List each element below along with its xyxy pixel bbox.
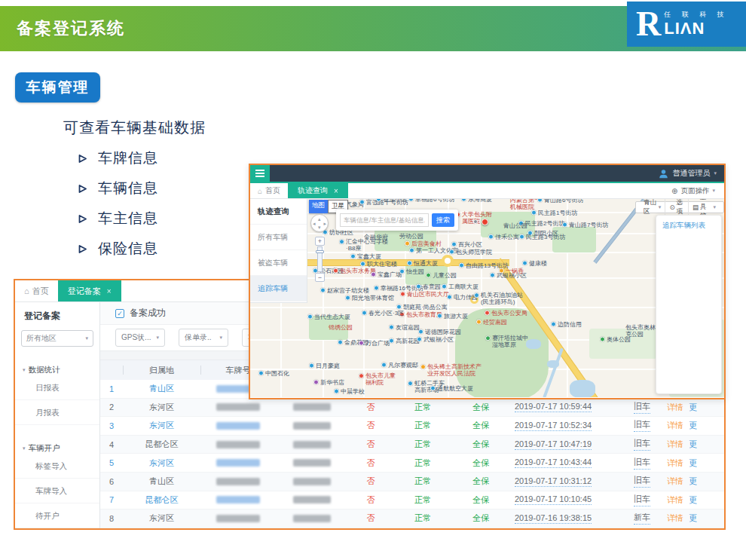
close-icon[interactable]: ×	[107, 287, 112, 295]
vehicle-type-cell[interactable]: 旧车	[634, 457, 650, 470]
row-number[interactable]: 7	[109, 495, 114, 504]
pan-control[interactable]: ▴ ▾ ◂ ▸	[310, 214, 329, 232]
timestamp-cell[interactable]: 2019-07-17 10:43:44	[515, 457, 592, 468]
status-cell: 正常	[414, 439, 431, 450]
sidebar-title: 登记备案	[15, 302, 99, 323]
detail-link[interactable]: 详情	[667, 513, 683, 524]
zoom-slider[interactable]	[317, 246, 323, 272]
redacted-plate	[216, 459, 260, 467]
timestamp-cell[interactable]: 2019-07-16 19:38:15	[515, 513, 592, 524]
zoom-in-button[interactable]: +	[315, 237, 325, 246]
sidebar-item-月报表[interactable]: 月报表	[15, 400, 99, 425]
vehicle-type-cell[interactable]: 旧车	[634, 419, 650, 432]
detail-link[interactable]: 详情	[667, 420, 683, 431]
table-cell	[200, 436, 276, 454]
page-actions-button[interactable]: ⊕ 页面操作 ▾	[671, 183, 724, 198]
region-cell[interactable]: 青山区	[149, 383, 174, 394]
sidebar-item-日报表[interactable]: 日报表	[15, 375, 99, 400]
timestamp-cell[interactable]: 2019-07-17 10:10:45	[515, 494, 592, 505]
poi-dot-icon	[371, 272, 376, 277]
close-icon[interactable]: ×	[334, 187, 338, 195]
poi-text: 青山区市民大厅	[407, 292, 449, 298]
redacted-owner	[293, 478, 331, 485]
map-view-button[interactable]: 地图	[309, 200, 328, 213]
row-number[interactable]: 1	[109, 384, 114, 393]
row-number[interactable]: 5	[109, 458, 114, 467]
vehicle-type-cell[interactable]: 旧车	[634, 438, 650, 451]
detail-link[interactable]: 详情	[667, 476, 683, 487]
sidebar-group-0[interactable]: ▾数据统计	[15, 365, 99, 375]
timestamp-cell[interactable]: 2019-07-17 10:59:44	[515, 402, 592, 412]
map-poi-label: 幸福路6号街坊	[408, 199, 454, 203]
map-canvas[interactable]: 气象局富强路十号街坊赛音小区幸福路6号街坊东海商厦内蒙古第一机械医院青山路6号街…	[250, 199, 724, 397]
map-poi-label: 友谊嘉园	[389, 325, 420, 332]
vehicle-marker[interactable]	[482, 219, 488, 225]
vehicle-type-cell[interactable]: 旧车	[634, 494, 650, 506]
map-sidebar-item-追踪车辆[interactable]: 追踪车辆	[250, 276, 307, 301]
tab-home[interactable]: ⌂ 首页	[15, 280, 58, 301]
timestamp-cell[interactable]: 2019-07-17 10:52:34	[515, 421, 592, 431]
poi-text: 包头稀土高新技术产业开发区人民法院	[427, 364, 485, 378]
more-link[interactable]: 更	[689, 494, 697, 506]
map-poi-label: 中国石化	[258, 371, 289, 378]
poi-dot-icon	[490, 273, 495, 278]
sidebar-group-1[interactable]: ▾车辆开户	[15, 443, 99, 454]
table-cell: 2019-07-17 10:31:12	[510, 473, 617, 491]
tab-registration-active[interactable]: 登记备案 ×	[58, 280, 121, 301]
hamburger-menu-button[interactable]	[250, 165, 270, 182]
poi-dot-icon	[350, 254, 356, 259]
vehicle-type-cell[interactable]: 旧车	[634, 475, 650, 488]
search-button[interactable]: 搜索	[432, 213, 454, 227]
row-number[interactable]: 3	[109, 421, 114, 430]
detail-link[interactable]: 详情	[667, 494, 683, 506]
timestamp-cell[interactable]: 2019-07-17 10:31:12	[515, 476, 592, 487]
region-cell[interactable]: 东河区	[149, 457, 174, 469]
tab-home[interactable]: ⌂ 首页	[250, 183, 288, 198]
region-cell[interactable]: 昆都仑区	[145, 494, 179, 506]
map-poi-label: 工商联大厦	[442, 284, 478, 291]
region-dropdown[interactable]: 所有地区 ▾	[21, 330, 93, 347]
filter-dropdown-0[interactable]: GPS状...▾	[115, 329, 165, 347]
more-link[interactable]: 更	[689, 457, 697, 469]
detail-link[interactable]: 详情	[667, 457, 683, 469]
more-link[interactable]: 更	[689, 402, 697, 413]
detail-link[interactable]: 详情	[667, 402, 683, 413]
table-cell	[276, 399, 347, 417]
filter-label: GPS状...	[121, 332, 151, 343]
more-link[interactable]: 更	[689, 476, 697, 487]
map-sidebar-item-所有车辆[interactable]: 所有车辆	[250, 225, 307, 250]
map-poi-label: 边防信用	[551, 322, 582, 329]
detail-link[interactable]: 详情	[667, 439, 683, 450]
redacted-plate	[216, 403, 260, 411]
more-link[interactable]: 更	[689, 513, 697, 524]
user-menu[interactable]: 普通管理员 ▾	[659, 168, 724, 179]
filter-dropdown-1[interactable]: 保单录..▾	[179, 329, 228, 347]
poi-dot-icon	[313, 380, 319, 385]
poi-text: 朝庭苑·尚品公寓	[403, 304, 448, 311]
sidebar-item-车牌导入[interactable]: 车牌导入	[15, 479, 99, 503]
sidebar-item-待开户[interactable]: 待开户	[15, 503, 99, 528]
company-logo: R 任 联 科 技 LIΛN	[627, 2, 746, 47]
vehicle-type-cell[interactable]: 旧车	[634, 401, 650, 414]
region-filter[interactable]: 青山区 ▾	[640, 199, 665, 216]
gps-status-cell: 否	[367, 439, 375, 450]
search-input[interactable]	[340, 213, 429, 227]
zoom-out-button[interactable]: −	[315, 273, 325, 282]
more-link[interactable]: 更	[689, 439, 697, 450]
vehicle-type-cell[interactable]: 新车	[634, 512, 650, 525]
timestamp-cell[interactable]: 2019-07-17 10:47:19	[515, 439, 592, 450]
zoom-slider-handle[interactable]	[316, 250, 324, 253]
table-cell	[200, 491, 276, 510]
table-cell: 2	[100, 399, 123, 417]
region-cell[interactable]: 东河区	[149, 420, 174, 431]
table-cell: 2019-07-16 19:38:15	[510, 510, 617, 528]
poi-dot-icon	[488, 234, 494, 240]
sidebar-item-标签导入[interactable]: 标签导入	[15, 454, 99, 479]
table-cell: 青山区	[123, 380, 200, 398]
more-link[interactable]: 更	[689, 420, 697, 431]
filter-label: 保单录..	[185, 332, 212, 343]
map-sidebar-item-被盗车辆[interactable]: 被盗车辆	[250, 250, 307, 276]
insurance-cell: 全保	[472, 457, 489, 469]
options-button[interactable]: ⊙ 选项	[665, 199, 688, 216]
tab-track-query-active[interactable]: 轨迹查询 ×	[288, 183, 348, 198]
